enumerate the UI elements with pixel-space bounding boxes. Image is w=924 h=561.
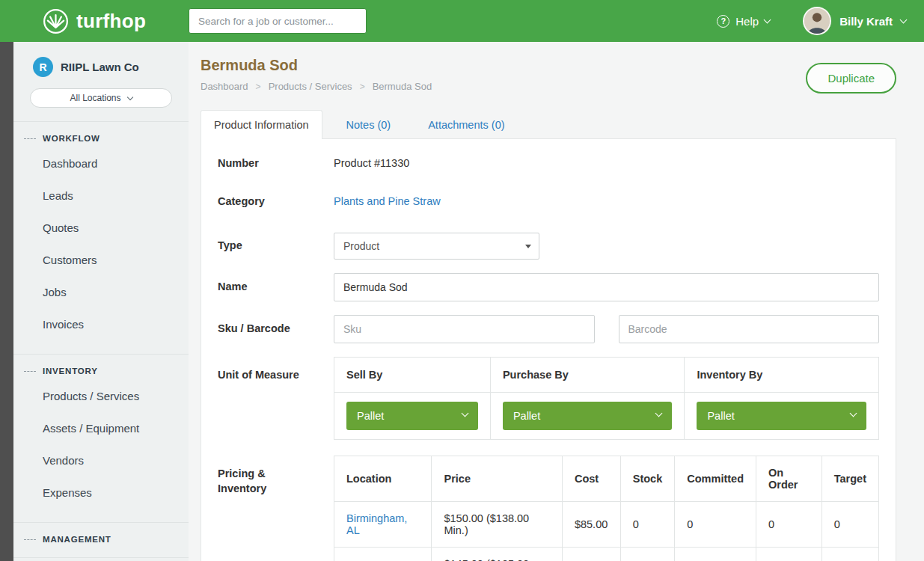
col-cost: Cost: [562, 456, 620, 501]
sidebar-item-assets-equipment[interactable]: Assets / Equipment: [13, 412, 189, 444]
name-label: Name: [218, 279, 334, 294]
tab-product-information[interactable]: Product Information: [201, 110, 322, 139]
chevron-down-icon: [461, 409, 468, 417]
barcode-input[interactable]: [619, 315, 880, 343]
tree-dash-icon: [24, 371, 36, 372]
company-header: R RIIPL Lawn Co: [13, 57, 189, 77]
section-header-workflow[interactable]: WORKFLOW: [13, 134, 189, 143]
help-label: Help: [735, 15, 759, 28]
chevron-down-icon: [764, 16, 771, 24]
tree-dash-icon: [24, 539, 36, 540]
help-menu[interactable]: ? Help: [717, 15, 770, 28]
sku-barcode-row: Sku / Barcode: [218, 315, 879, 343]
section-header-management[interactable]: MANAGEMENT: [13, 535, 189, 544]
unit-of-measure-row: Unit of Measure Sell By Purchase By Inve…: [218, 357, 879, 440]
breadcrumb-separator: >: [256, 82, 261, 92]
name-row: Name: [218, 273, 879, 301]
tree-dash-icon: [24, 138, 36, 139]
col-target: Target: [821, 456, 878, 501]
type-selected-value: Product: [343, 240, 379, 252]
pricing-inventory-label: Pricing & Inventory: [218, 456, 334, 497]
inventory-by-header: Inventory By: [685, 357, 879, 392]
tab-notes[interactable]: Notes (0): [333, 110, 405, 139]
main-content: Bermuda Sod Dashboard > Products / Servi…: [189, 42, 924, 561]
sidebar-item-products-services[interactable]: Products / Services: [13, 380, 189, 412]
section-header-inventory[interactable]: INVENTORY: [13, 367, 189, 375]
sidebar-item-customers[interactable]: Customers: [13, 244, 189, 276]
cost-cell: $80.00: [562, 547, 620, 561]
sidebar-item-vendors[interactable]: Vendors: [13, 444, 189, 476]
committed-cell: 0: [675, 547, 756, 561]
on-order-cell: 0: [756, 501, 822, 547]
page-header: Bermuda Sod Dashboard > Products / Servi…: [201, 57, 896, 94]
product-information-panel: Number Product #11330 Category Plants an…: [201, 138, 896, 561]
category-row: Category Plants and Pine Straw: [218, 194, 879, 209]
all-locations-dropdown[interactable]: All Locations: [30, 88, 172, 108]
user-menu[interactable]: Billy Kraft: [803, 7, 906, 35]
sell-by-dropdown[interactable]: Pallet: [346, 402, 478, 430]
pricing-inventory-row: Pricing & Inventory Location Price Cost …: [218, 456, 879, 561]
chevron-down-icon: [655, 409, 663, 417]
avatar: [803, 7, 831, 35]
purchase-by-value: Pallet: [513, 410, 540, 422]
sidebar-item-dashboard[interactable]: Dashboard: [13, 147, 189, 180]
sidebar-item-quotes[interactable]: Quotes: [13, 212, 189, 244]
purchase-by-dropdown[interactable]: Pallet: [503, 402, 673, 430]
category-label: Category: [218, 194, 334, 209]
sidebar-item-expenses[interactable]: Expenses: [13, 476, 189, 509]
name-input[interactable]: [334, 273, 879, 301]
target-cell: 0: [821, 501, 878, 547]
company-name: RIIPL Lawn Co: [61, 61, 139, 73]
col-location: Location: [334, 456, 432, 501]
duplicate-button[interactable]: Duplicate: [806, 63, 896, 94]
sidebar-item-invoices[interactable]: Invoices: [13, 308, 189, 340]
number-value: Product #11330: [334, 157, 879, 169]
price-cell: $145.00 ($135.00 Min.): [432, 547, 562, 561]
location-link-birmingham[interactable]: Birmingham, AL: [346, 512, 407, 536]
nav-section-management: MANAGEMENT: [13, 522, 189, 544]
all-locations-label: All Locations: [70, 93, 120, 103]
topbar: turfhop ? Help Billy Kraft: [0, 0, 924, 42]
stock-cell: 0: [620, 547, 675, 561]
type-select[interactable]: Product: [334, 233, 539, 260]
category-link[interactable]: Plants and Pine Straw: [334, 195, 441, 207]
unit-of-measure-label: Unit of Measure: [218, 357, 334, 382]
chevron-down-icon: [126, 94, 132, 100]
turfhop-sprinkler-icon: [42, 7, 70, 35]
section-label: INVENTORY: [43, 367, 98, 375]
table-row: Opelika, AL $145.00 ($135.00 Min.) $80.0…: [334, 547, 879, 561]
type-row: Type Product: [218, 233, 879, 260]
sku-input[interactable]: [334, 315, 595, 343]
topbar-right: ? Help Billy Kraft: [717, 7, 906, 35]
sidebar-item-jobs[interactable]: Jobs: [13, 276, 189, 308]
section-label: MANAGEMENT: [43, 535, 111, 544]
inventory-by-dropdown[interactable]: Pallet: [697, 402, 866, 430]
search-input[interactable]: [189, 8, 367, 34]
nav-section-workflow: WORKFLOW Dashboard Leads Quotes Customer…: [13, 121, 189, 340]
col-price: Price: [432, 456, 562, 501]
nav-section-reports: REPORTS: [13, 557, 189, 561]
brand-logo[interactable]: turfhop: [0, 7, 189, 35]
breadcrumb-dashboard[interactable]: Dashboard: [201, 81, 248, 92]
sidebar: R RIIPL Lawn Co All Locations WORKFLOW D…: [13, 42, 189, 561]
sell-by-value: Pallet: [357, 410, 384, 422]
tab-bar: Product Information Notes (0) Attachment…: [201, 110, 896, 138]
col-stock: Stock: [620, 456, 675, 501]
chevron-down-icon: [900, 16, 908, 24]
on-order-cell: 0: [756, 547, 822, 561]
user-name: Billy Kraft: [839, 15, 893, 28]
number-label: Number: [218, 156, 334, 171]
sidebar-item-leads[interactable]: Leads: [13, 180, 189, 212]
breadcrumb: Dashboard > Products / Services > Bermud…: [201, 81, 432, 92]
pricing-inventory-table: Location Price Cost Stock Committed On O…: [334, 456, 879, 561]
target-cell: 0: [821, 547, 878, 561]
page-title: Bermuda Sod: [201, 57, 432, 74]
section-label: WORKFLOW: [43, 134, 100, 143]
sell-by-header: Sell By: [334, 357, 491, 392]
nav-section-inventory: INVENTORY Products / Services Assets / E…: [13, 354, 189, 509]
price-cell: $150.00 ($138.00 Min.): [432, 501, 562, 547]
tab-attachments[interactable]: Attachments (0): [414, 110, 518, 139]
committed-cell: 0: [675, 501, 756, 547]
stock-cell: 0: [620, 501, 675, 547]
breadcrumb-products-services[interactable]: Products / Services: [269, 81, 352, 92]
